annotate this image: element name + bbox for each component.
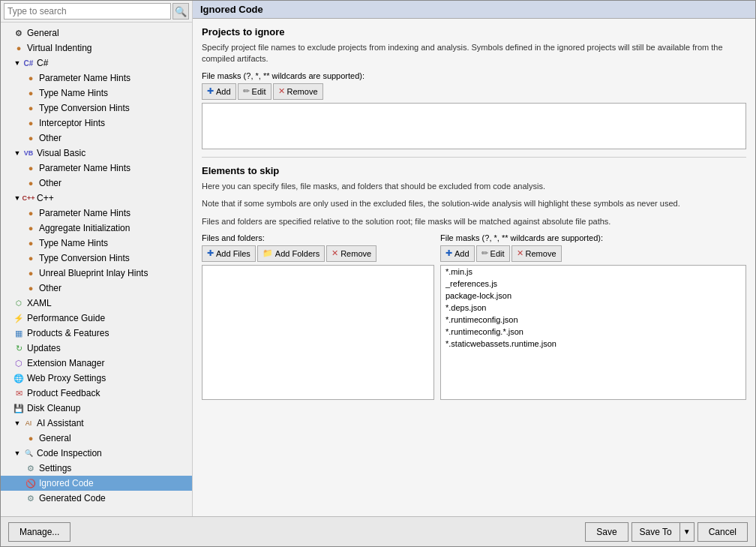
list-item: _references.js [441, 278, 746, 290]
search-bar: 🔍 [1, 1, 192, 23]
panel-header: Ignored Code [193, 1, 755, 19]
add-files-button[interactable]: ✚ Add Files [202, 245, 256, 262]
expand-arrow-icon: ▼ [13, 149, 22, 158]
sidebar-item-perf[interactable]: ⚡ Performance Guide [1, 311, 192, 326]
masks-edit-button[interactable]: ✏ Edit [476, 245, 510, 262]
sidebar-item-ai-assistant[interactable]: ▼ AI AI Assistant [1, 416, 192, 431]
sidebar-item-vb-other[interactable]: ● Other [1, 176, 192, 191]
sidebar-item-csharp-param[interactable]: ● Parameter Name Hints [1, 71, 192, 86]
projects-masks-label: File masks (?, *, ** wildcards are suppo… [202, 71, 746, 80]
list-item: *.runtimeconfig.*.json [441, 326, 746, 338]
sidebar-item-vb-param[interactable]: ● Parameter Name Hints [1, 161, 192, 176]
btn-label: Add [454, 249, 470, 258]
sidebar-item-cpp-param[interactable]: ● Parameter Name Hints [1, 206, 192, 221]
sidebar-item-cpp-typename[interactable]: ● Type Name Hints [1, 236, 192, 251]
ignored-icon: 🚫 [25, 477, 37, 489]
cpp-icon: C++ [22, 192, 34, 204]
sidebar-item-label: Generated Code [39, 493, 106, 503]
hint-icon: ● [25, 132, 37, 144]
sidebar-item-cpp[interactable]: ▼ C++ C++ [1, 191, 192, 206]
btn-label: Add Files [216, 249, 250, 258]
sidebar-item-disk-cleanup[interactable]: 💾 Disk Cleanup [1, 401, 192, 416]
hint-icon: ● [25, 87, 37, 99]
sidebar-item-products[interactable]: ▦ Products & Features [1, 326, 192, 341]
sidebar-item-vb[interactable]: ▼ VB Visual Basic [1, 146, 192, 161]
hint-icon: ● [25, 222, 37, 234]
sidebar-item-updates[interactable]: ↻ Updates [1, 341, 192, 356]
save-to-dropdown-button[interactable]: ▼ [680, 522, 694, 542]
add-icon: ✚ [446, 248, 452, 258]
sidebar-item-csharp-typename[interactable]: ● Type Name Hints [1, 86, 192, 101]
gear-icon: ⚙ [13, 27, 25, 39]
sidebar-item-cpp-agg[interactable]: ● Aggregate Initialization [1, 221, 192, 236]
sidebar-item-virtual-indenting[interactable]: ● Virtual Indenting [1, 41, 192, 56]
hint-icon: ● [25, 162, 37, 174]
sidebar-item-label: Parameter Name Hints [39, 163, 130, 173]
sidebar-item-label: General [39, 433, 71, 443]
expand-arrow-icon: ▼ [13, 194, 22, 203]
save-button[interactable]: Save [585, 522, 628, 542]
sidebar-item-csharp[interactable]: ▼ C# C# [1, 56, 192, 71]
disk-icon: 💾 [13, 402, 25, 414]
tree-container: ⚙ General ● Virtual Indenting ▼ C# C# ● … [1, 23, 192, 516]
sidebar-item-label: Other [39, 133, 62, 143]
projects-add-button[interactable]: ✚ Add [202, 83, 236, 100]
edit-icon: ✏ [243, 86, 250, 96]
expand-arrow-icon: ▼ [13, 59, 22, 68]
sidebar-item-csharp-typeconv[interactable]: ● Type Conversion Hints [1, 101, 192, 116]
elements-desc3: Files and folders are specified relative… [202, 216, 746, 227]
chevron-down-icon: ▼ [683, 527, 691, 536]
sidebar-item-web-proxy[interactable]: 🌐 Web Proxy Settings [1, 371, 192, 386]
files-folders-panel: Files and folders: ✚ Add Files 📁 Add Fol… [202, 233, 434, 400]
masks-remove-button[interactable]: ✕ Remove [512, 245, 562, 262]
sidebar-item-code-generated[interactable]: ⚙ Generated Code [1, 491, 192, 506]
sidebar-item-csharp-interceptor[interactable]: ● Interceptor Hints [1, 116, 192, 131]
sidebar-item-product-feedback[interactable]: ✉ Product Feedback [1, 386, 192, 401]
btn-label: Add [216, 87, 231, 96]
hint-icon: ● [25, 267, 37, 279]
projects-edit-button[interactable]: ✏ Edit [238, 83, 272, 100]
main-dialog: 🔍 ⚙ General ● Virtual Indenting ▼ C# C# [0, 0, 756, 547]
hint-icon: ● [25, 72, 37, 84]
sidebar-item-ext-manager[interactable]: ⬡ Extension Manager [1, 356, 192, 371]
sidebar-item-csharp-other[interactable]: ● Other [1, 131, 192, 146]
search-button[interactable]: 🔍 [172, 3, 189, 20]
sidebar-item-code-ignored[interactable]: 🚫 Ignored Code [1, 476, 192, 491]
proxy-icon: 🌐 [13, 372, 25, 384]
hint-icon: ● [25, 207, 37, 219]
sidebar-item-cpp-unreal[interactable]: ● Unreal Blueprint Inlay Hints [1, 266, 192, 281]
sidebar-item-code-inspection[interactable]: ▼ 🔍 Code Inspection [1, 446, 192, 461]
sidebar-item-cpp-other[interactable]: ● Other [1, 281, 192, 296]
save-to-button[interactable]: Save To [632, 522, 680, 542]
projects-remove-button[interactable]: ✕ Remove [273, 83, 323, 100]
sidebar-item-label: C# [37, 58, 48, 68]
main-panel: Ignored Code Projects to ignore Specify … [193, 1, 755, 516]
sidebar-item-ai-general[interactable]: ● General [1, 431, 192, 446]
ext-icon: ⬡ [13, 357, 25, 369]
projects-list [202, 103, 746, 149]
hint-icon: ● [13, 42, 25, 54]
add-folders-icon: 📁 [262, 248, 273, 258]
add-folders-button[interactable]: 📁 Add Folders [257, 245, 325, 262]
files-folders-list [202, 265, 434, 400]
masks-add-button[interactable]: ✚ Add [440, 245, 475, 262]
sidebar-item-label: Parameter Name Hints [39, 73, 130, 83]
sidebar-item-label: Ignored Code [39, 478, 94, 488]
files-remove-button[interactable]: ✕ Remove [326, 245, 376, 262]
search-input[interactable] [4, 3, 171, 20]
cancel-button[interactable]: Cancel [698, 522, 748, 542]
sidebar-item-code-settings[interactable]: ⚙ Settings [1, 461, 192, 476]
sidebar-item-xaml[interactable]: ⬡ XAML [1, 296, 192, 311]
section-divider [202, 157, 746, 158]
sidebar: 🔍 ⚙ General ● Virtual Indenting ▼ C# C# [1, 1, 193, 516]
sidebar-item-general[interactable]: ⚙ General [1, 26, 192, 41]
csharp-icon: C# [22, 57, 34, 69]
elements-desc2: Note that if some symbols are only used … [202, 198, 746, 209]
sidebar-item-cpp-typeconv[interactable]: ● Type Conversion Hints [1, 251, 192, 266]
list-item: package-lock.json [441, 290, 746, 302]
btn-label: Add Folders [275, 249, 320, 258]
sidebar-item-label: Extension Manager [27, 358, 104, 368]
remove-icon: ✕ [278, 86, 285, 96]
masks-label: File masks (?, *, ** wildcards are suppo… [440, 233, 746, 242]
manage-button[interactable]: Manage... [8, 522, 70, 542]
